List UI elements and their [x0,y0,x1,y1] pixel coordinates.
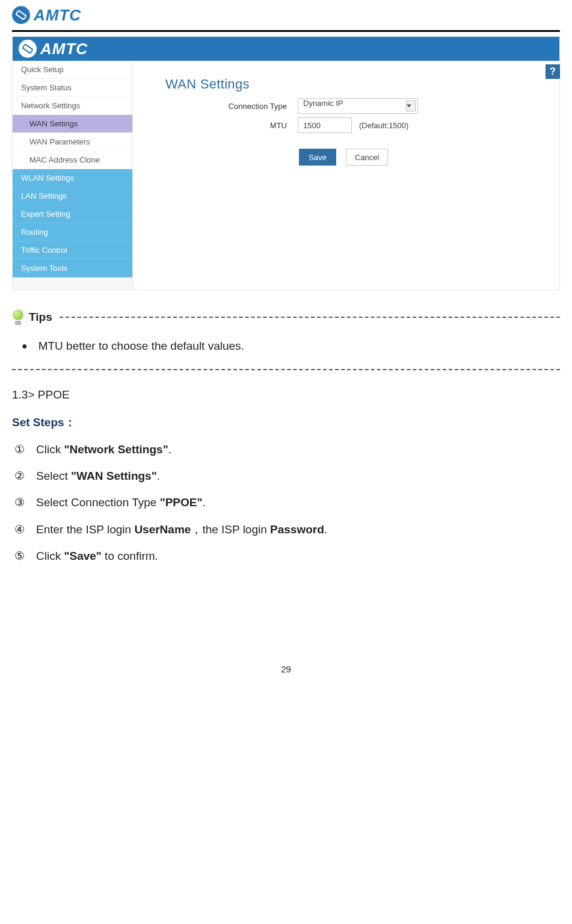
document-body: Tips ● MTU better to choose the default … [12,308,560,677]
sidebar-item-label: WLAN Settings [21,173,74,182]
step-number: ④ [14,521,28,539]
tips-label: Tips [29,308,52,326]
sidebar-item-lan-settings[interactable]: LAN Settings [13,187,132,205]
page-number: 29 [12,662,560,677]
sidebar-item-wan-parameters[interactable]: WAN Parameters [13,133,132,151]
lightbulb-icon [12,309,24,325]
label-connection-type: Connection Type [165,102,298,111]
sidebar-item-label: LAN Settings [21,191,67,200]
sidebar-item-mac-address-clone[interactable]: MAC Address Clone [13,151,132,169]
section-heading-ppoe: 1.3> PPOE [12,386,560,404]
sidebar-item-label: Triffic Control [21,246,67,255]
step-1: ① Click "Network Settings". [14,441,560,459]
step-number: ② [14,467,28,485]
step-3: ③ Select Connection Type "PPOE". [14,494,560,512]
sidebar-item-label: Routing [21,228,48,237]
step-text: Select Connection Type "PPOE". [36,494,206,512]
tips-list: ● MTU better to choose the default value… [22,337,560,355]
step-number: ③ [14,494,28,512]
connection-type-select[interactable]: Dynamic IP [298,98,418,114]
sidebar-item-label: Network Settings [21,101,80,110]
sidebar-item-label: System Tools [21,264,67,273]
bullet-icon: ● [22,337,28,355]
step-text: Click "Save" to confirm. [36,547,158,565]
mtu-input[interactable] [298,117,352,133]
help-glyph: ? [550,66,556,77]
main-panel: ? WAN Settings Connection Type Dynamic I… [133,61,559,290]
chevron-down-icon [407,105,411,108]
tip-item: ● MTU better to choose the default value… [22,337,560,355]
sidebar-item-label: MAC Address Clone [29,155,100,164]
sidebar-item-label: Expert Setting [21,209,70,219]
brand-logo: AMTC [12,6,81,25]
connection-type-value: Dynamic IP [298,98,418,114]
step-number: ① [14,441,28,459]
dropdown-button[interactable] [406,101,416,111]
row-mtu: MTU (Default:1500) [165,117,547,133]
header-rule [12,30,560,32]
sidebar-item-label: System Status [21,83,72,92]
sidebar-item-network-settings[interactable]: Network Settings [13,97,132,115]
step-5: ⑤ Click "Save" to confirm. [14,547,560,565]
step-text: Click "Network Settings". [36,441,171,459]
sidebar-item-wan-settings[interactable]: WAN Settings [13,115,132,133]
sidebar-item-system-tools[interactable]: System Tools [13,259,132,278]
tips-header-row: Tips [12,308,560,326]
save-button-label: Save [309,153,327,162]
sidebar-item-traffic-control[interactable]: Triffic Control [13,241,132,259]
router-ui-screenshot: AMTC Quick Setup System Status Network S… [12,37,560,290]
help-icon[interactable]: ? [546,64,560,79]
cancel-button[interactable]: Cancel [346,149,388,166]
router-ui-logo-icon [19,40,37,58]
steps-list: ① Click "Network Settings". ② Select "WA… [14,441,560,566]
dashed-rule [12,369,560,370]
panel-title: WAN Settings [165,76,547,92]
sidebar-item-label: Quick Setup [21,65,64,74]
label-mtu: MTU [165,121,298,130]
cancel-button-label: Cancel [355,153,379,162]
router-ui-logo: AMTC [19,40,88,58]
sidebar-item-expert-setting[interactable]: Expert Setting [13,205,132,223]
sidebar-item-label: WAN Parameters [29,137,90,146]
step-text: Enter the ISP login UserName，the ISP log… [36,521,327,539]
router-ui-logo-text: AMTC [40,40,88,58]
sidebar-item-routing[interactable]: Routing [13,223,132,241]
set-steps-heading: Set Steps： [12,414,560,432]
row-connection-type: Connection Type Dynamic IP [165,98,547,114]
mtu-hint: (Default:1500) [359,121,408,130]
doc-header: AMTC [12,0,560,30]
sidebar: Quick Setup System Status Network Settin… [13,61,133,290]
save-button[interactable]: Save [299,149,336,166]
brand-logo-icon [12,6,30,24]
step-number: ⑤ [14,547,28,565]
step-text: Select "WAN Settings". [36,467,160,485]
sidebar-item-label: WAN Settings [29,119,78,128]
sidebar-item-system-status[interactable]: System Status [13,79,132,97]
sidebar-item-wlan-settings[interactable]: WLAN Settings [13,169,132,187]
dashed-rule [60,317,560,318]
router-ui-header: AMTC [13,37,559,61]
button-row: Save Cancel [299,149,547,166]
sidebar-item-quick-setup[interactable]: Quick Setup [13,61,132,79]
tip-text: MTU better to choose the default values. [38,337,244,355]
brand-logo-text: AMTC [34,6,81,25]
step-2: ② Select "WAN Settings". [14,467,560,485]
step-4: ④ Enter the ISP login UserName，the ISP l… [14,521,560,539]
